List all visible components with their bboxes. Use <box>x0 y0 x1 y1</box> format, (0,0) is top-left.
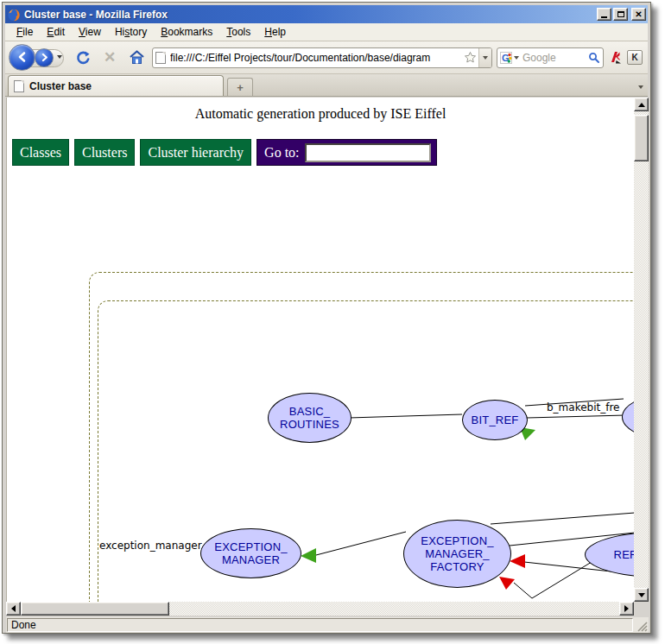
menu-view[interactable]: View <box>72 24 108 40</box>
node-exception-manager[interactable]: EXCEPTION_ MANAGER <box>200 528 301 578</box>
list-all-tabs-dropdown[interactable] <box>634 79 648 96</box>
browser-client-area: Automatic generation produced by ISE Eif… <box>6 98 649 616</box>
menu-file[interactable]: File <box>10 24 40 40</box>
tab-favicon <box>14 80 24 92</box>
search-input[interactable] <box>521 52 588 64</box>
forward-arrow-icon <box>40 53 49 62</box>
horizontal-scrollbar[interactable] <box>6 602 634 616</box>
vertical-scrollbar[interactable] <box>634 98 649 602</box>
url-history-dropdown[interactable] <box>478 48 491 67</box>
menu-bar: File Edit View History Bookmarks Tools H… <box>5 23 648 41</box>
back-button[interactable] <box>9 44 35 71</box>
node-exception-manager-factory[interactable]: EXCEPTION_ MANAGER_ FACTORY <box>403 520 511 588</box>
diagram-edges <box>7 98 634 602</box>
stop-button[interactable]: ✕ <box>98 46 121 70</box>
menu-tools[interactable]: Tools <box>219 24 257 40</box>
url-input[interactable] <box>166 52 462 64</box>
scroll-right-icon <box>624 605 629 612</box>
recent-pages-dropdown[interactable] <box>57 55 62 59</box>
page-favicon <box>155 52 166 64</box>
horizontal-scroll-thumb[interactable] <box>21 602 169 616</box>
tab-cluster-base[interactable]: Cluster base <box>8 75 224 96</box>
firefox-logo-icon <box>7 8 21 22</box>
page-viewport: Automatic generation produced by ISE Eif… <box>6 98 634 602</box>
green-arrowhead-exception-manager <box>301 548 316 563</box>
home-button[interactable] <box>125 46 148 70</box>
menu-help[interactable]: Help <box>257 24 293 40</box>
firefox-window: Cluster base - Mozilla Firefox ✕ File Ed… <box>2 2 651 634</box>
google-engine-icon: G <box>500 52 512 64</box>
minimize-button[interactable] <box>597 8 611 21</box>
reload-button[interactable] <box>72 46 94 70</box>
red-arrowhead-factory-1 <box>510 554 525 568</box>
screenshot-canvas: Cluster base - Mozilla Firefox ✕ File Ed… <box>0 0 665 644</box>
node-basic-routines[interactable]: BASIC_ ROUTINES <box>268 393 352 443</box>
search-engine-dropdown[interactable] <box>512 56 521 60</box>
tab-title: Cluster base <box>29 80 92 92</box>
minimize-icon <box>601 16 607 18</box>
status-text: Done <box>11 619 36 631</box>
tab-strip: Cluster base + <box>5 74 648 97</box>
edge-label-b-makebit: b_makebit_fre <box>547 401 631 414</box>
vertical-scroll-thumb[interactable] <box>634 115 649 161</box>
back-forward-cluster <box>9 43 67 73</box>
scroll-up-button[interactable] <box>634 98 649 111</box>
home-icon <box>129 50 145 65</box>
resize-grip[interactable] <box>636 620 648 632</box>
forward-button[interactable] <box>35 48 54 67</box>
window-title: Cluster base - Mozilla Firefox <box>24 9 597 21</box>
search-bar[interactable]: G <box>497 47 604 68</box>
scrollbar-corner <box>634 602 649 616</box>
scroll-right-button[interactable] <box>619 602 634 616</box>
k-addon-button[interactable]: K <box>627 50 643 65</box>
red-arrowhead-factory-2 <box>499 577 515 590</box>
close-icon: ✕ <box>635 10 642 19</box>
reload-icon <box>75 50 91 66</box>
scroll-up-icon <box>638 103 645 107</box>
menu-history[interactable]: History <box>108 24 154 40</box>
location-bar[interactable] <box>152 47 492 68</box>
maximize-button[interactable] <box>613 8 628 21</box>
title-bar[interactable]: Cluster base - Mozilla Firefox ✕ <box>5 5 648 23</box>
node-bit-ref[interactable]: BIT_REF <box>462 400 528 440</box>
navigation-toolbar: ✕ G <box>5 41 648 74</box>
new-tab-button[interactable]: + <box>227 78 253 96</box>
scroll-down-button[interactable] <box>634 588 649 602</box>
bookmark-star-icon[interactable] <box>464 51 477 64</box>
scroll-left-icon <box>11 605 16 612</box>
status-bar: Done <box>6 617 649 633</box>
stop-icon: ✕ <box>104 48 116 66</box>
kaspersky-addon-icon[interactable] <box>608 50 623 65</box>
scroll-left-button[interactable] <box>6 602 21 616</box>
menu-edit[interactable]: Edit <box>40 24 72 40</box>
maximize-icon <box>618 11 624 17</box>
edge-label-exception-manager: exception_manager <box>99 540 202 552</box>
close-button[interactable]: ✕ <box>631 8 646 21</box>
scroll-down-icon <box>638 593 645 597</box>
search-magnifier-icon[interactable] <box>588 52 600 64</box>
status-text-panel: Done <box>7 618 633 632</box>
back-arrow-icon <box>16 51 28 63</box>
menu-bookmarks[interactable]: Bookmarks <box>154 24 219 40</box>
